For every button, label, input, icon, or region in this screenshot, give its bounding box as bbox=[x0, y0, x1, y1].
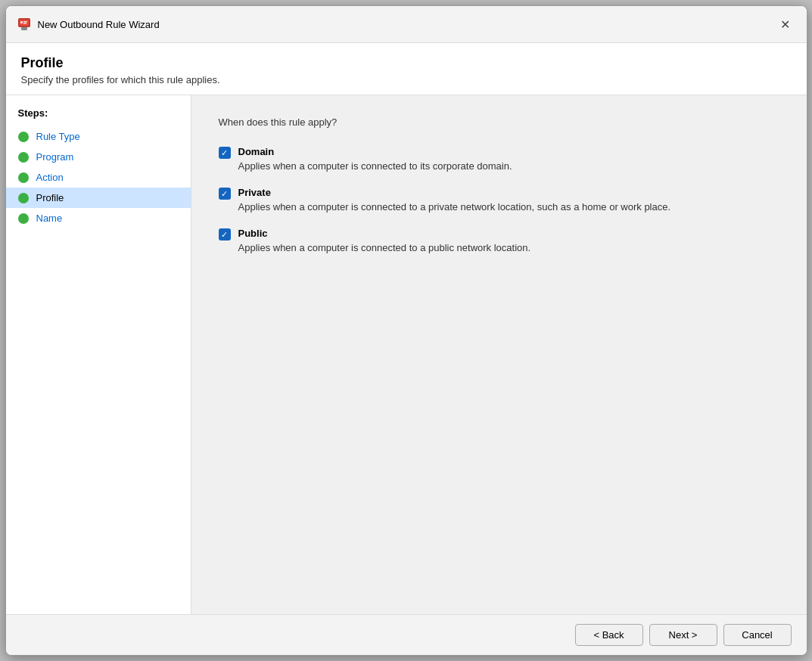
option-group: ✓ Domain Applies when a computer is conn… bbox=[219, 146, 779, 256]
check-icon-domain: ✓ bbox=[221, 149, 228, 157]
check-icon-private: ✓ bbox=[221, 190, 228, 198]
option-public-text: Public Applies when a computer is connec… bbox=[238, 228, 531, 255]
question-text: When does this rule apply? bbox=[219, 116, 779, 128]
option-public-desc: Applies when a computer is connected to … bbox=[238, 241, 531, 255]
checkbox-domain[interactable]: ✓ bbox=[219, 147, 231, 159]
step-dot-action bbox=[18, 172, 29, 183]
step-dot-profile bbox=[18, 193, 29, 203]
sidebar-item-name[interactable]: Name bbox=[6, 208, 191, 228]
main-panel: When does this rule apply? ✓ Domain Appl… bbox=[191, 95, 807, 614]
option-public-label: Public bbox=[238, 228, 531, 239]
sidebar-item-action[interactable]: Action bbox=[6, 167, 191, 188]
page-subtitle: Specify the profiles for which this rule… bbox=[21, 74, 792, 85]
title-bar: New Outbound Rule Wizard ✕ bbox=[6, 6, 807, 43]
checkbox-private[interactable]: ✓ bbox=[219, 188, 231, 200]
app-icon bbox=[17, 17, 32, 32]
sidebar-item-label-action: Action bbox=[36, 172, 64, 183]
option-private-text: Private Applies when a computer is conne… bbox=[238, 187, 671, 214]
svg-rect-4 bbox=[23, 21, 27, 23]
steps-label: Steps: bbox=[6, 107, 191, 126]
check-icon-public: ✓ bbox=[221, 231, 228, 239]
svg-rect-5 bbox=[23, 23, 26, 24]
wizard-window: New Outbound Rule Wizard ✕ Profile Speci… bbox=[5, 5, 807, 656]
sidebar-item-profile[interactable]: Profile bbox=[6, 188, 191, 208]
sidebar-item-rule-type[interactable]: Rule Type bbox=[6, 126, 191, 147]
sidebar-item-label-rule-type: Rule Type bbox=[36, 131, 80, 142]
sidebar-item-label-name: Name bbox=[36, 213, 63, 224]
sidebar-item-label-profile: Profile bbox=[36, 192, 64, 203]
content-area: Steps: Rule Type Program Action Profile … bbox=[6, 95, 807, 614]
header-section: Profile Specify the profiles for which t… bbox=[6, 43, 807, 95]
close-button[interactable]: ✕ bbox=[775, 14, 796, 35]
sidebar-item-program[interactable]: Program bbox=[6, 147, 191, 167]
svg-rect-3 bbox=[20, 21, 23, 23]
sidebar-item-label-program: Program bbox=[36, 151, 74, 163]
svg-rect-2 bbox=[21, 27, 27, 30]
option-private: ✓ Private Applies when a computer is con… bbox=[219, 187, 779, 214]
option-private-label: Private bbox=[238, 187, 671, 198]
page-title: Profile bbox=[21, 55, 792, 71]
option-public: ✓ Public Applies when a computer is conn… bbox=[219, 228, 779, 255]
sidebar: Steps: Rule Type Program Action Profile … bbox=[6, 95, 191, 614]
option-private-desc: Applies when a computer is connected to … bbox=[238, 200, 671, 214]
option-domain-desc: Applies when a computer is connected to … bbox=[238, 160, 512, 173]
cancel-button[interactable]: Cancel bbox=[723, 624, 792, 646]
step-dot-name bbox=[18, 213, 29, 224]
checkbox-public[interactable]: ✓ bbox=[219, 228, 231, 241]
option-domain-text: Domain Applies when a computer is connec… bbox=[238, 146, 512, 173]
title-bar-text: New Outbound Rule Wizard bbox=[38, 19, 160, 30]
footer: < Back Next > Cancel bbox=[6, 614, 807, 655]
title-bar-left: New Outbound Rule Wizard bbox=[17, 17, 160, 32]
option-domain-label: Domain bbox=[238, 146, 512, 157]
step-dot-rule-type bbox=[18, 132, 29, 142]
option-domain: ✓ Domain Applies when a computer is conn… bbox=[219, 146, 779, 173]
step-dot-program bbox=[18, 152, 29, 163]
back-button[interactable]: < Back bbox=[575, 624, 643, 646]
next-button[interactable]: Next > bbox=[649, 624, 717, 646]
